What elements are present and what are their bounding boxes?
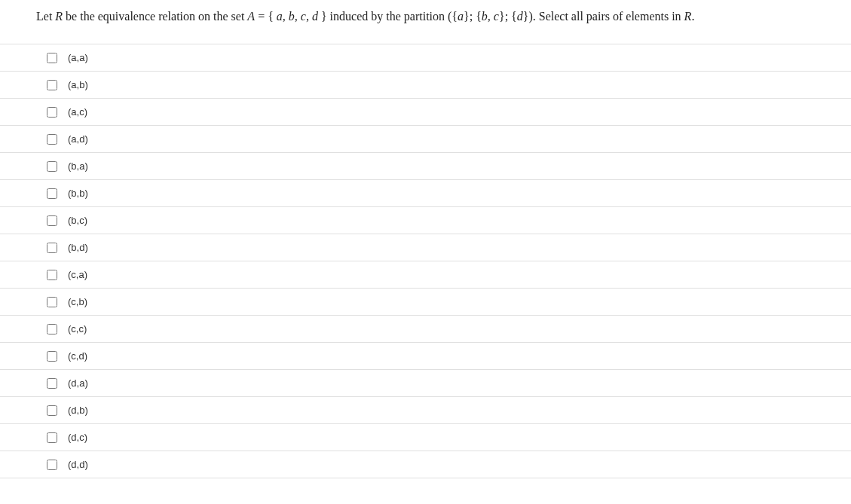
option-label: (c,c) xyxy=(68,323,87,334)
option-checkbox-ad[interactable] xyxy=(47,134,57,145)
question-text: Let R be the equivalence relation on the… xyxy=(0,8,851,44)
option-label: (b,c) xyxy=(68,215,87,226)
option-checkbox-ca[interactable] xyxy=(47,270,57,280)
variable-r: R xyxy=(55,10,63,23)
partition-3: d xyxy=(517,10,523,23)
option-row: (c,d) xyxy=(0,343,851,370)
option-label: (b,b) xyxy=(68,188,88,199)
option-row: (d,b) xyxy=(0,397,851,424)
question-container: Let R be the equivalence relation on the… xyxy=(0,8,851,478)
option-row: (a,c) xyxy=(0,99,851,126)
option-label: (a,d) xyxy=(68,133,88,145)
text-segment: be the equivalence relation on the set xyxy=(63,10,247,23)
option-checkbox-db[interactable] xyxy=(47,405,57,416)
options-list: (a,a) (a,b) (a,c) (a,d) (b,a) (b,b) (b,c… xyxy=(0,44,851,478)
option-label: (b,a) xyxy=(68,160,88,172)
option-checkbox-bb[interactable] xyxy=(47,188,57,199)
option-label: (c,a) xyxy=(68,269,87,280)
partition-2: b, c xyxy=(482,10,499,23)
option-checkbox-cc[interactable] xyxy=(47,324,57,334)
option-label: (d,c) xyxy=(68,432,87,443)
option-checkbox-ac[interactable] xyxy=(47,107,57,118)
option-row: (d,d) xyxy=(0,451,851,478)
option-row: (b,b) xyxy=(0,180,851,207)
option-checkbox-aa[interactable] xyxy=(47,53,57,63)
option-label: (a,c) xyxy=(68,106,87,118)
text-segment: = { xyxy=(255,10,277,23)
text-segment: Let xyxy=(36,10,55,23)
partition-1: a xyxy=(458,10,464,23)
option-row: (c,b) xyxy=(0,289,851,316)
option-checkbox-dc[interactable] xyxy=(47,432,57,443)
option-row: (a,a) xyxy=(0,44,851,72)
option-checkbox-bc[interactable] xyxy=(47,215,57,226)
option-row: (b,c) xyxy=(0,207,851,234)
option-label: (d,a) xyxy=(68,377,88,389)
option-row: (a,d) xyxy=(0,126,851,153)
option-checkbox-bd[interactable] xyxy=(47,243,57,253)
option-row: (c,a) xyxy=(0,261,851,289)
option-label: (a,a) xyxy=(68,52,88,63)
option-label: (c,b) xyxy=(68,296,87,307)
option-label: (d,d) xyxy=(68,459,88,470)
option-row: (c,c) xyxy=(0,316,851,343)
variable-r2: R xyxy=(684,10,692,23)
option-row: (b,d) xyxy=(0,234,851,261)
text-segment: }). Select all pairs of elements in xyxy=(523,10,684,23)
option-label: (d,b) xyxy=(68,405,88,416)
text-segment: }; { xyxy=(499,10,517,23)
option-checkbox-dd[interactable] xyxy=(47,460,57,470)
option-checkbox-cb[interactable] xyxy=(47,297,57,307)
text-segment: } induced by the partition ({ xyxy=(318,10,458,23)
option-checkbox-ba[interactable] xyxy=(47,161,57,172)
option-label: (c,d) xyxy=(68,350,87,362)
option-label: (b,d) xyxy=(68,242,88,253)
option-row: (d,c) xyxy=(0,424,851,451)
variable-a: A xyxy=(247,10,255,23)
option-checkbox-ab[interactable] xyxy=(47,80,57,90)
option-row: (a,b) xyxy=(0,72,851,99)
option-checkbox-cd[interactable] xyxy=(47,351,57,362)
option-label: (a,b) xyxy=(68,79,88,90)
option-row: (b,a) xyxy=(0,153,851,180)
text-segment: }; { xyxy=(464,10,482,23)
option-checkbox-da[interactable] xyxy=(47,378,57,389)
option-row: (d,a) xyxy=(0,370,851,397)
text-segment: . xyxy=(691,10,694,23)
set-elements: a, b, c, d xyxy=(277,10,318,23)
